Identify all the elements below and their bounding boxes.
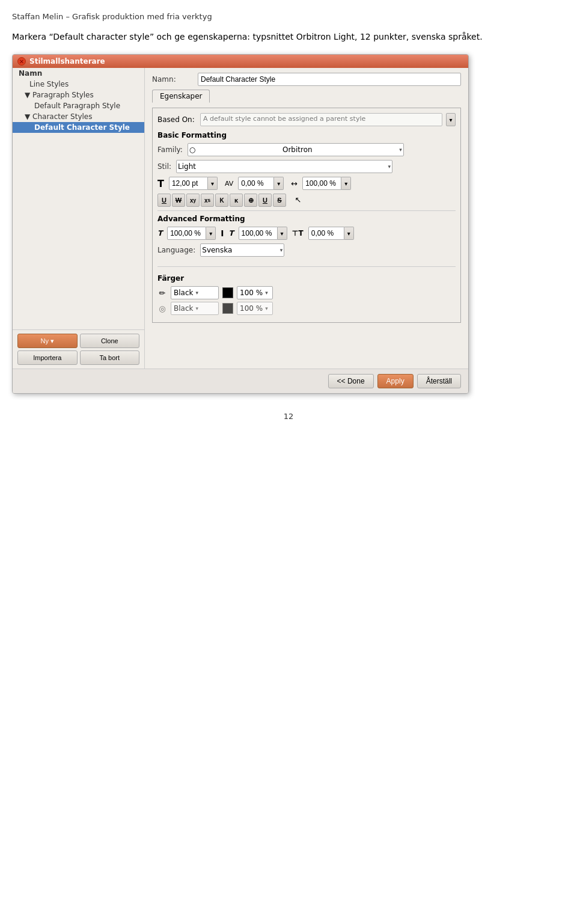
new-button[interactable]: Ny ▾ [17, 334, 78, 348]
separator2 [157, 266, 456, 267]
size-input-group: ▾ [169, 177, 218, 190]
shadow-button[interactable]: U [258, 194, 272, 207]
baseline-icon: ⊤T [292, 229, 304, 237]
stroke-color-select[interactable]: Black ▾ [171, 302, 219, 315]
dialog-title: Stilmallshanterare [29, 57, 105, 66]
subscript-button[interactable]: xy [186, 194, 200, 207]
dialog-footer: << Done Apply Återställ [13, 369, 468, 393]
done-button[interactable]: << Done [328, 374, 374, 388]
based-on-input: A default style cannot be assigned a par… [200, 113, 442, 126]
horiz-scale-icon: T [157, 229, 162, 237]
import-button[interactable]: Importera [17, 350, 78, 365]
close-button[interactable]: ✕ [17, 57, 26, 66]
fill-icon: ✏ [157, 288, 167, 298]
language-select[interactable]: Svenska ▾ [200, 243, 284, 257]
vert-scale-input-group: ▾ [239, 227, 287, 240]
stil-row: Stil: Light ▾ [157, 160, 456, 173]
size-row: T ▾ AV ▾ ↔ ▾ [157, 177, 456, 190]
format-buttons-row: U W xy xs K κ ⊕ U S ↖ [157, 194, 456, 207]
sidebar-item-character-styles[interactable]: ▼ Character Styles [13, 111, 144, 122]
width-input-group: ▾ [302, 177, 351, 190]
based-on-label: Based On: [157, 115, 197, 124]
name-label: Namn: [152, 75, 194, 84]
based-on-row: Based On: A default style cannot be assi… [157, 113, 456, 126]
sidebar-header: Namn [13, 68, 144, 79]
underline-button[interactable]: U [157, 194, 171, 207]
superscript-button[interactable]: xs [201, 194, 214, 207]
dialog-body: Namn Line Styles ▼ Paragraph Styles Defa… [13, 68, 468, 369]
stroke-opacity-select[interactable]: 100 % ▾ [237, 302, 273, 315]
stroke-color-arrow-icon: ▾ [195, 305, 198, 311]
reset-button[interactable]: Återställ [417, 374, 461, 388]
fill-color-swatch [222, 287, 233, 298]
language-label: Language: [157, 246, 195, 254]
fill-color-row: ✏ Black ▾ 100 % ▾ [157, 286, 456, 299]
delete-button[interactable]: Ta bort [80, 350, 140, 365]
width-input[interactable] [302, 177, 341, 190]
sidebar-items: Namn Line Styles ▼ Paragraph Styles Defa… [13, 68, 144, 329]
allcaps-button[interactable]: κ [230, 194, 243, 207]
main-panel: Namn: Egenskaper Based On: A default sty… [145, 68, 468, 369]
cursor-tool: ↖ [292, 194, 304, 206]
baseline-spinner[interactable]: ▾ [344, 227, 354, 240]
horiz-scale-spinner[interactable]: ▾ [206, 227, 216, 240]
fill-opacity-select[interactable]: 100 % ▾ [237, 286, 273, 299]
outline-button[interactable]: ⊕ [244, 194, 257, 207]
sidebar-item-default-paragraph-style[interactable]: Default Paragraph Style [13, 100, 144, 111]
stroke-icon: ◎ [157, 304, 167, 313]
strikethrough-button[interactable]: W [172, 194, 185, 207]
horiz-scale-input[interactable] [167, 227, 206, 240]
family-row: Family: ○ Orbitron ▾ [157, 143, 456, 156]
dialog-titlebar: ✕ Stilmallshanterare [13, 55, 468, 68]
intro-text: Markera “Default character style” och ge… [12, 31, 565, 43]
smallcaps-button[interactable]: K [215, 194, 228, 207]
sidebar-item-line-styles[interactable]: Line Styles [13, 79, 144, 90]
vert-scale-T-icon: T [228, 229, 233, 237]
basic-formatting-section: Basic Formatting Family: ○ Orbitron ▾ S [157, 131, 456, 207]
vert-scale-icon: I [221, 228, 224, 238]
stil-label: Stil: [157, 162, 171, 171]
colors-section: Färger ✏ Black ▾ 100 % ▾ [157, 274, 456, 315]
apply-button[interactable]: Apply [377, 374, 414, 388]
sidebar-footer: Ny ▾ Clone Importera Ta bort [13, 329, 144, 369]
family-label: Family: [157, 145, 183, 154]
baseline-input-group: ▾ [308, 227, 354, 240]
name-input[interactable] [198, 73, 461, 86]
tracking-input-group: ▾ [238, 177, 284, 190]
family-arrow-icon: ▾ [399, 147, 402, 153]
sidebar-item-paragraph-styles[interactable]: ▼ Paragraph Styles [13, 90, 144, 100]
dialog-window: ✕ Stilmallshanterare Namn Line Styles ▼ … [12, 54, 469, 394]
fill-color-arrow-icon: ▾ [195, 290, 198, 296]
baseline-input[interactable] [308, 227, 344, 240]
size-input[interactable] [169, 177, 208, 190]
tab-egenskaper[interactable]: Egenskaper [152, 90, 210, 103]
shadow2-button[interactable]: S [273, 194, 286, 207]
sidebar-item-default-character-style[interactable]: Default Character Style [13, 122, 144, 133]
vert-scale-spinner[interactable]: ▾ [278, 227, 287, 240]
tracking-spinner[interactable]: ▾ [274, 177, 284, 190]
basic-formatting-title: Basic Formatting [157, 131, 456, 139]
tracking-icon: AV [225, 180, 233, 188]
stil-select[interactable]: Light ▾ [176, 160, 392, 173]
tab-bar: Egenskaper [152, 90, 461, 103]
clone-button[interactable]: Clone [80, 334, 140, 348]
page-number: 12 [12, 412, 565, 421]
tracking-input[interactable] [238, 177, 274, 190]
fill-color-select[interactable]: Black ▾ [171, 286, 219, 299]
vert-scale-input[interactable] [239, 227, 278, 240]
page-title: Staffan Melin – Grafisk produktion med f… [12, 12, 565, 21]
language-row: Language: Svenska ▾ [157, 243, 456, 257]
tab-content: Based On: A default style cannot be assi… [152, 108, 461, 323]
based-on-spinner[interactable]: ▾ [446, 113, 456, 126]
stroke-color-swatch [222, 303, 233, 314]
separator1 [157, 210, 456, 211]
sidebar-wrapper: Namn Line Styles ▼ Paragraph Styles Defa… [13, 68, 145, 369]
advanced-formatting-title: Advanced Formatting [157, 215, 456, 223]
stil-arrow-icon: ▾ [388, 164, 391, 170]
width-spinner[interactable]: ▾ [341, 177, 351, 190]
size-t-icon: T [157, 178, 164, 189]
size-spinner[interactable]: ▾ [208, 177, 218, 190]
family-select[interactable]: ○ Orbitron ▾ [188, 143, 404, 156]
advanced-formatting-section: Advanced Formatting T ▾ I T [157, 215, 456, 257]
language-arrow-icon: ▾ [280, 247, 283, 253]
